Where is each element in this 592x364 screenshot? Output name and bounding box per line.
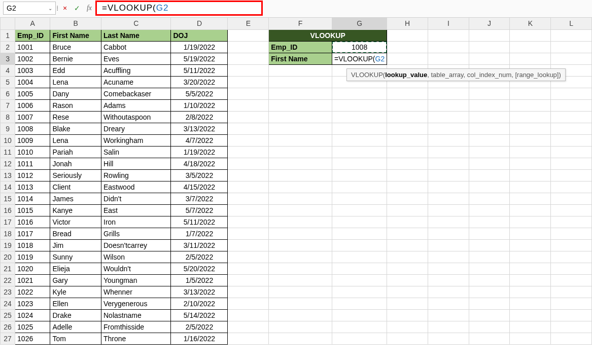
cell-B6[interactable]: Dany <box>50 88 101 99</box>
cell-J17[interactable] <box>469 216 510 228</box>
cell-I26[interactable] <box>428 321 469 333</box>
cell-L12[interactable] <box>551 158 592 169</box>
row-header[interactable]: 25 <box>1 309 15 321</box>
cell-C23[interactable]: Whenner <box>101 286 171 298</box>
cell-K22[interactable] <box>510 274 551 286</box>
cell-A15[interactable]: 1014 <box>15 193 50 204</box>
cell-K3[interactable] <box>510 53 551 64</box>
cell-E14[interactable] <box>228 181 269 193</box>
cell-F7[interactable] <box>269 99 332 111</box>
cell-F21[interactable] <box>269 263 332 274</box>
cell-I6[interactable] <box>428 88 469 99</box>
cell-C21[interactable]: Wouldn't <box>101 263 171 274</box>
cell-I10[interactable] <box>428 134 469 146</box>
cell-A26[interactable]: 1025 <box>15 321 50 333</box>
cell-A20[interactable]: 1019 <box>15 251 50 263</box>
cell-C14[interactable]: Eastwood <box>101 181 171 193</box>
cell-C9[interactable]: Dreary <box>101 123 171 134</box>
cell-A16[interactable]: 1015 <box>15 204 50 216</box>
cell-B18[interactable]: Bread <box>50 228 101 239</box>
cell-E10[interactable] <box>228 134 269 146</box>
cell-B26[interactable]: Adelle <box>50 321 101 333</box>
cell-H11[interactable] <box>387 146 428 158</box>
cell-D22[interactable]: 1/5/2022 <box>171 274 228 286</box>
cell-G2[interactable]: 1008 <box>332 41 387 53</box>
cell-G27[interactable] <box>332 333 387 344</box>
cell-B10[interactable]: Lena <box>50 134 101 146</box>
cell-I16[interactable] <box>428 204 469 216</box>
cell-G10[interactable] <box>332 134 387 146</box>
cell-G26[interactable] <box>332 321 387 333</box>
cell-B20[interactable]: Sunny <box>50 251 101 263</box>
cell-H7[interactable] <box>387 99 428 111</box>
row-header[interactable]: 11 <box>1 146 15 158</box>
cell-E12[interactable] <box>228 158 269 169</box>
cell-L11[interactable] <box>551 146 592 158</box>
cell-A25[interactable]: 1024 <box>15 309 50 321</box>
cell-A14[interactable]: 1013 <box>15 181 50 193</box>
cell-D5[interactable]: 3/20/2022 <box>171 76 228 88</box>
cell-F19[interactable] <box>269 239 332 251</box>
cell-G9[interactable] <box>332 123 387 134</box>
row-header[interactable]: 1 <box>1 29 15 41</box>
cell-E4[interactable] <box>228 64 269 76</box>
row-header[interactable]: 26 <box>1 321 15 333</box>
cell-E17[interactable] <box>228 216 269 228</box>
cell-K6[interactable] <box>510 88 551 99</box>
cell-D17[interactable]: 5/11/2022 <box>171 216 228 228</box>
cell-D14[interactable]: 4/15/2022 <box>171 181 228 193</box>
cell-F22[interactable] <box>269 274 332 286</box>
cell-C10[interactable]: Workingham <box>101 134 171 146</box>
row-header[interactable]: 18 <box>1 228 15 239</box>
cell-K10[interactable] <box>510 134 551 146</box>
col-header-L[interactable]: L <box>551 18 592 29</box>
cell-G3[interactable]: =VLOOKUP(G2 <box>332 53 387 64</box>
cell-K17[interactable] <box>510 216 551 228</box>
cell-C1[interactable]: Last Name <box>101 29 171 41</box>
cell-C5[interactable]: Acuname <box>101 76 171 88</box>
cell-A24[interactable]: 1023 <box>15 298 50 309</box>
cell-L7[interactable] <box>551 99 592 111</box>
cell-A9[interactable]: 1008 <box>15 123 50 134</box>
formula-input[interactable]: =VLOOKUP(G2 <box>95 1 263 16</box>
row-header[interactable]: 20 <box>1 251 15 263</box>
cell-H6[interactable] <box>387 88 428 99</box>
row-header[interactable]: 13 <box>1 169 15 181</box>
cell-B24[interactable]: Ellen <box>50 298 101 309</box>
cell-G18[interactable] <box>332 228 387 239</box>
col-header-F[interactable]: F <box>269 18 332 29</box>
cell-G23[interactable] <box>332 286 387 298</box>
cell-I9[interactable] <box>428 123 469 134</box>
cell-F12[interactable] <box>269 158 332 169</box>
row-header[interactable]: 9 <box>1 123 15 134</box>
cell-L2[interactable] <box>551 41 592 53</box>
cell-B23[interactable]: Kyle <box>50 286 101 298</box>
row-header[interactable]: 4 <box>1 64 15 76</box>
cell-J6[interactable] <box>469 88 510 99</box>
cell-C19[interactable]: Doesn'tcarrey <box>101 239 171 251</box>
cell-K19[interactable] <box>510 239 551 251</box>
cell-L13[interactable] <box>551 169 592 181</box>
cell-C13[interactable]: Rowling <box>101 169 171 181</box>
cell-E13[interactable] <box>228 169 269 181</box>
cell-I15[interactable] <box>428 193 469 204</box>
cell-G17[interactable] <box>332 216 387 228</box>
cell-B2[interactable]: Bruce <box>50 41 101 53</box>
cell-A4[interactable]: 1003 <box>15 64 50 76</box>
cell-A12[interactable]: 1011 <box>15 158 50 169</box>
cell-E19[interactable] <box>228 239 269 251</box>
cell-K23[interactable] <box>510 286 551 298</box>
cell-A27[interactable]: 1026 <box>15 333 50 344</box>
cell-J12[interactable] <box>469 158 510 169</box>
col-header-A[interactable]: A <box>15 18 50 29</box>
row-header[interactable]: 14 <box>1 181 15 193</box>
cell-G7[interactable] <box>332 99 387 111</box>
cell-E20[interactable] <box>228 251 269 263</box>
cell-H24[interactable] <box>387 298 428 309</box>
cell-H16[interactable] <box>387 204 428 216</box>
cell-E7[interactable] <box>228 99 269 111</box>
cell-F27[interactable] <box>269 333 332 344</box>
cell-E11[interactable] <box>228 146 269 158</box>
row-header[interactable]: 12 <box>1 158 15 169</box>
cell-H22[interactable] <box>387 274 428 286</box>
